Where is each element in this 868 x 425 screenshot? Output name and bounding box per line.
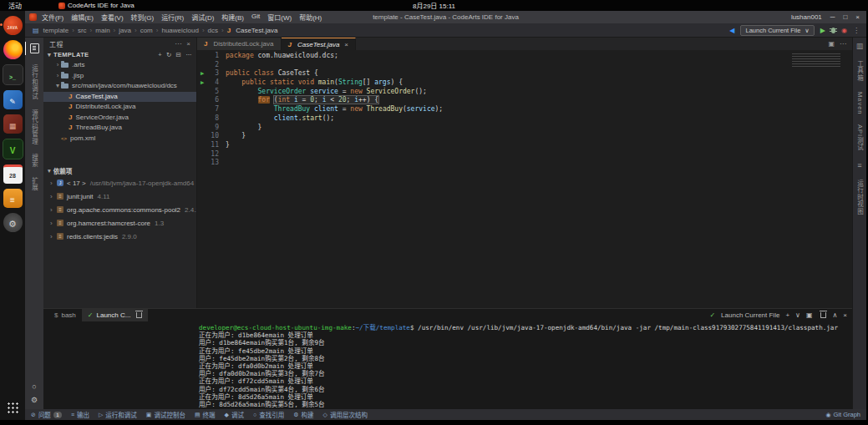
menu-item[interactable]: 查看(V) (101, 13, 124, 22)
tree-item[interactable]: ▾src/main/java/com/huaweicloud/dcs (43, 81, 196, 92)
collapse-all-icon[interactable]: ⊟ (176, 51, 182, 58)
maximize-button[interactable]: □ (843, 13, 847, 21)
dock-item-calendar[interactable]: 28 (3, 164, 23, 184)
dock-item-settings-app[interactable] (3, 213, 23, 232)
right-rail-tab[interactable]: Maven (856, 92, 864, 115)
editor-more-icon[interactable]: ⋯ (840, 40, 846, 48)
terminal-tab[interactable]: ✓Launch C... (82, 309, 149, 321)
menu-item[interactable]: 编辑(E) (71, 13, 94, 22)
menu-item[interactable]: 窗口(W) (267, 13, 292, 22)
dependency-item[interactable]: ›redis.clients:jedis2.9.0 (43, 230, 196, 243)
left-rail-tab[interactable]: 搜索 (30, 154, 39, 168)
trash-icon[interactable] (136, 312, 142, 318)
terminal-output[interactable]: developer@ecs-cloud-host-ubuntu-img-make… (43, 321, 852, 409)
tree-more-icon[interactable]: ⋯ (185, 51, 192, 58)
tree-item[interactable]: JThreadBuy.java (43, 123, 196, 134)
left-rail-tab[interactable]: 运行和调试 (30, 64, 39, 100)
clock[interactable]: 8月29日 15:11 (413, 1, 455, 10)
dependency-item[interactable]: ›junit:junit4.11 (43, 190, 196, 203)
close-tab-icon[interactable]: × (344, 41, 348, 48)
tree-item[interactable]: <>pom.xml (43, 134, 196, 144)
menu-item[interactable]: 文件(F) (42, 13, 63, 22)
statusbar-item[interactable]: ◆调试 (225, 410, 244, 419)
right-rail-tab[interactable]: API测试 (855, 124, 865, 151)
refresh-icon[interactable]: ↻ (166, 51, 172, 58)
breadcrumb-item[interactable]: java (119, 27, 131, 34)
dependencies-header[interactable]: ▾ 依赖项 (43, 165, 196, 176)
close-panel-icon[interactable]: × (843, 311, 847, 319)
menu-item[interactable]: Git (251, 13, 260, 22)
dependency-item[interactable]: ›org.hamcrest:hamcrest-core1.3 (43, 216, 196, 230)
new-file-icon[interactable]: + (158, 51, 162, 58)
user-account-label[interactable]: lushan001 (791, 13, 822, 21)
dock-item-codearts-java[interactable]: JAVA (3, 16, 23, 35)
back-icon[interactable]: ◀ (729, 27, 734, 34)
debug-bug-icon[interactable] (831, 28, 835, 33)
statusbar-item[interactable]: ≡输出 (71, 410, 89, 419)
sidebar-close-icon[interactable]: × (186, 40, 190, 48)
statusbar-item[interactable]: ▤终端 (195, 410, 216, 419)
kill-terminal-icon[interactable] (820, 312, 826, 318)
statusbar-item[interactable]: ▣调试控制台 (146, 410, 185, 419)
dock-item-firefox[interactable] (3, 40, 23, 59)
dependency-item[interactable]: ›org.apache.commons:commons-pool22.4.2 (43, 203, 196, 216)
statusbar-item[interactable]: ⊘问题1 (31, 410, 62, 419)
breadcrumb-item[interactable]: template (43, 27, 69, 34)
minimize-button[interactable]: ─ (830, 13, 835, 21)
dock-item-vim[interactable] (3, 139, 23, 159)
activities-button[interactable]: 活动 (8, 1, 22, 10)
dock-item-software-app[interactable] (3, 114, 23, 134)
statusbar-item[interactable]: ▷运行和调试 (99, 410, 137, 419)
panel-layout-icon[interactable]: ▥ (856, 42, 864, 50)
breadcrumb-item[interactable]: src (78, 27, 87, 34)
launch-config-dropdown[interactable]: Launch Current File ∨ (740, 25, 814, 36)
dock-item-terminal-app[interactable] (3, 64, 23, 85)
statusbar-item[interactable]: ◇调用层次结构 (323, 410, 368, 419)
settings-gear-icon[interactable]: ⚙ (31, 396, 38, 404)
tree-item[interactable]: ›.arts (43, 60, 196, 71)
dock-item-text-editor[interactable] (3, 90, 23, 109)
statusbar-item[interactable]: ⚙构建 (293, 410, 313, 419)
right-rail-tab[interactable]: 运行时视图 (855, 180, 865, 215)
new-terminal-icon[interactable]: + (785, 311, 789, 319)
tree-root-template[interactable]: ▾ TEMPLATE + ↻ ⊟ ⋯ (43, 49, 196, 60)
terminal-tab[interactable]: $bash (48, 309, 82, 321)
menu-item[interactable]: 帮助(H) (299, 13, 322, 22)
menu-item[interactable]: 运行(R) (161, 13, 184, 22)
run-gutter-icon[interactable]: ▶ (197, 69, 207, 78)
tree-item[interactable]: ›.jisp (43, 71, 196, 82)
run-gutter-icon[interactable]: ▶ (197, 78, 207, 88)
git-graph-button[interactable]: ◉Git Graph (825, 411, 860, 418)
breadcrumb-item[interactable]: main (95, 27, 109, 34)
left-rail-tab[interactable]: 扩展 (30, 177, 39, 191)
account-icon[interactable]: ○ (32, 382, 36, 391)
menu-item[interactable]: 构建(B) (221, 13, 244, 22)
split-terminal-icon[interactable]: ▣ (806, 311, 813, 319)
split-editor-icon[interactable]: ▣ (828, 40, 835, 48)
outline-icon[interactable]: ≡ (857, 161, 861, 169)
editor-tab[interactable]: JDistributedLock.java (197, 38, 282, 50)
tree-item[interactable]: JServiceOrder.java (43, 113, 196, 124)
code-editor[interactable]: 1package com.huaweicloud.dcs;2▶3public c… (197, 50, 852, 308)
breadcrumb-item[interactable]: dcs (208, 27, 218, 34)
sidebar-more-icon[interactable]: ⋯ (175, 40, 181, 48)
maximize-panel-icon[interactable]: ∧ (832, 311, 837, 319)
terminal-dropdown-icon[interactable]: ∨ (795, 311, 800, 319)
menu-item[interactable]: 转到(G) (131, 13, 155, 22)
breadcrumb-item[interactable]: com (140, 27, 153, 34)
statusbar-item[interactable]: ○查找引用 (253, 410, 284, 419)
left-rail-tab[interactable]: 源代码管理 (30, 109, 39, 145)
rail-explorer-button[interactable] (25, 42, 43, 55)
dock-item-file-manager[interactable] (3, 189, 23, 208)
dependency-item[interactable]: ›< 17 >/usr/lib/jvm/java-17-openjdk-amd6… (43, 176, 196, 190)
run-button[interactable]: ▶ (820, 27, 825, 34)
editor-tab[interactable]: JCaseTest.java× (282, 38, 357, 50)
profile-record-icon[interactable]: ◉ (841, 27, 847, 34)
minimap[interactable] (792, 53, 840, 67)
close-button[interactable]: × (855, 13, 860, 21)
tree-item[interactable]: JDistributedLock.java (43, 102, 196, 113)
right-rail-tab[interactable]: 工具箱 (855, 60, 865, 82)
breadcrumb-file[interactable]: JCaseTest.java (227, 27, 278, 34)
toolbar-more-icon[interactable]: ⋮ (853, 27, 860, 34)
terminal-launch-label[interactable]: Launch Current File (721, 311, 779, 319)
